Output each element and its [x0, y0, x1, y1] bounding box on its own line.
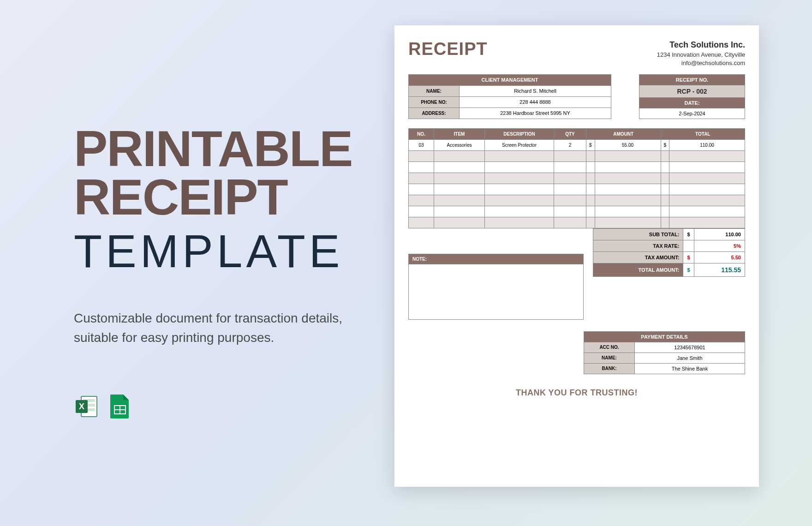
- total-value: 115.55: [694, 263, 745, 276]
- table-row: [409, 161, 745, 173]
- client-header: CLIENT MANAGEMENT: [409, 74, 611, 85]
- items-table: NO. ITEM DESCRIPTION QTY AMOUNT TOTAL 03…: [408, 128, 745, 228]
- taxrate-value: 5%: [694, 240, 745, 251]
- subtotal-value: 110.00: [694, 228, 745, 240]
- title-line-2: RECEIPT: [74, 173, 369, 221]
- company-address: 1234 Innovation Avenue, Cityville: [657, 51, 745, 59]
- client-phone: 228 444 8888: [460, 96, 611, 108]
- taxamount-sym: $: [683, 251, 694, 263]
- table-row: [409, 206, 745, 217]
- col-amount: AMOUNT: [586, 128, 661, 139]
- client-table: CLIENT MANAGEMENT NAME: Richard S. Mitch…: [408, 74, 611, 119]
- payment-table: PAYMENT DETAILS ACC NO. 12345678901 NAME…: [584, 331, 745, 374]
- col-total: TOTAL: [661, 128, 745, 139]
- total-label: TOTAL AMOUNT:: [593, 263, 683, 276]
- col-desc: DESCRIPTION: [485, 128, 554, 139]
- company-name: Tech Solutions Inc.: [657, 39, 745, 51]
- title-line-3: TEMPLATE: [74, 226, 369, 276]
- subtitle: Customizable document for transaction de…: [74, 309, 369, 347]
- table-row: [409, 195, 745, 206]
- client-address: 2238 Hardboar Street 5995 NY: [460, 108, 611, 119]
- client-phone-label: PHONE NO:: [409, 96, 460, 108]
- format-icons: X: [74, 394, 369, 419]
- table-row: 03AccessoriesScreen Protector2$55.00$110…: [409, 139, 745, 150]
- svg-text:X: X: [79, 402, 84, 411]
- subtotal-sym: $: [683, 228, 694, 240]
- totals-block: SUB TOTAL: $ 110.00 TAX RATE: 5% TAX AMO…: [593, 228, 745, 320]
- promo-panel: PRINTABLE RECEIPT TEMPLATE Customizable …: [74, 125, 369, 419]
- col-item: ITEM: [434, 128, 485, 139]
- note-box: NOTE:: [408, 254, 584, 320]
- meta-table: RECEIPT NO. RCP - 002 DATE: 2-Sep-2024: [639, 74, 745, 119]
- client-name-label: NAME:: [409, 85, 460, 96]
- subtotal-label: SUB TOTAL:: [593, 228, 683, 240]
- date-value: 2-Sep-2024: [639, 108, 745, 119]
- payment-header: PAYMENT DETAILS: [584, 331, 745, 342]
- receipt-heading: RECEIPT: [408, 39, 488, 59]
- company-email: info@techsolutions.com: [657, 59, 745, 67]
- taxamount-value: 5.50: [694, 251, 745, 263]
- google-sheets-icon: [107, 394, 133, 419]
- date-header: DATE:: [639, 97, 745, 108]
- taxrate-label: TAX RATE:: [593, 240, 683, 251]
- payment-name-label: NAME:: [584, 353, 635, 363]
- table-row: [409, 217, 745, 228]
- payment-name: Jane Smith: [635, 353, 745, 363]
- taxamount-label: TAX AMOUNT:: [593, 251, 683, 263]
- thankyou-text: THANK YOU FOR TRUSTING!: [408, 388, 745, 398]
- client-name: Richard S. Mitchell: [460, 85, 611, 96]
- table-row: [409, 173, 745, 184]
- col-qty: QTY: [554, 128, 586, 139]
- receipt-no: RCP - 002: [639, 85, 745, 97]
- payment-acc-label: ACC NO.: [584, 342, 635, 353]
- note-header: NOTE:: [408, 254, 584, 264]
- receipt-no-header: RECEIPT NO.: [639, 74, 745, 85]
- company-block: Tech Solutions Inc. 1234 Innovation Aven…: [657, 39, 745, 68]
- payment-bank: The Shine Bank: [635, 363, 745, 374]
- table-row: [409, 184, 745, 195]
- col-no: NO.: [409, 128, 434, 139]
- payment-acc: 12345678901: [635, 342, 745, 353]
- note-body: [408, 264, 584, 320]
- excel-icon: X: [74, 394, 100, 419]
- total-sym: $: [683, 263, 694, 276]
- table-row: [409, 150, 745, 161]
- client-address-label: ADDRESS:: [409, 108, 460, 119]
- receipt-document: RECEIPT Tech Solutions Inc. 1234 Innovat…: [394, 25, 759, 487]
- payment-bank-label: BANK:: [584, 363, 635, 374]
- title-line-1: PRINTABLE: [74, 125, 369, 173]
